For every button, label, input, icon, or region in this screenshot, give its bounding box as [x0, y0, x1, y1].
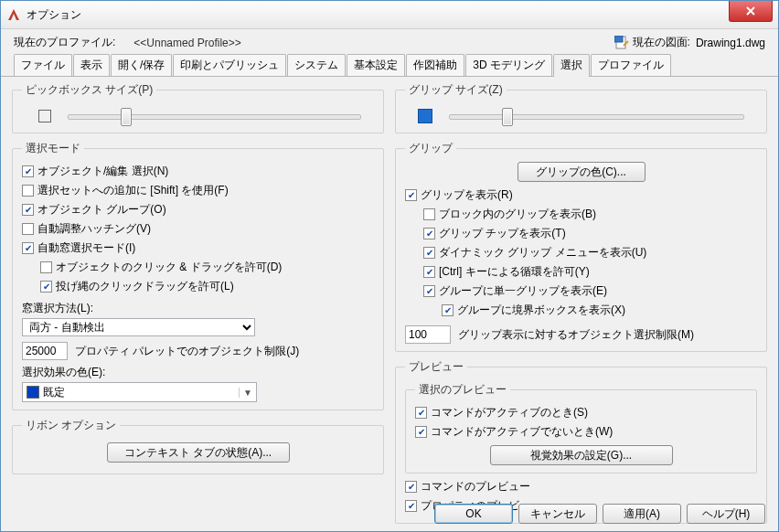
tab-profiles[interactable]: プロファイル: [591, 54, 671, 76]
context-tab-states-button[interactable]: コンテキスト タブの状態(A)...: [107, 442, 290, 463]
cb-cmd-inactive[interactable]: [415, 426, 427, 438]
selection-preview-group: 選択のプレビュー コマンドがアクティブのとき(S) コマンドがアクティブでないと…: [405, 382, 757, 473]
palette-limit-label: プロパティ パレットでのオブジェクト制限(J): [75, 344, 299, 359]
tab-drafting[interactable]: 作図補助: [406, 54, 464, 76]
apply-button[interactable]: 適用(A): [603, 504, 681, 524]
drawing-name: Drawing1.dwg: [696, 37, 765, 49]
ribbon-options-group: リボン オプション コンテキスト タブの状態(A)...: [12, 418, 384, 474]
pickbox-preview: [38, 110, 51, 122]
grip-size-slider[interactable]: [449, 107, 744, 125]
grip-colors-button[interactable]: グリップの色(C)...: [518, 162, 646, 182]
effect-color-label: 選択効果の色(E):: [22, 365, 374, 380]
lbl-dyn-grip-menu: ダイナミック グリップ メニューを表示(U): [439, 245, 646, 261]
profile-row: 現在のプロファイル: <<Unnamed Profile>> 現在の図面: Dr…: [1, 29, 778, 54]
pickbox-size-group: ピックボックス サイズ(P): [12, 82, 384, 133]
tab-plot[interactable]: 印刷とパブリッシュ: [173, 54, 286, 76]
effect-color-value: 既定: [43, 385, 239, 400]
cb-implied-window[interactable]: [22, 242, 34, 254]
lbl-lasso: 投げ縄のクリックドラッグを許可(L): [56, 279, 234, 294]
cb-group[interactable]: [22, 204, 34, 216]
options-window: オプション 現在のプロファイル: <<Unnamed Profile>> 現在の…: [0, 0, 779, 532]
help-button[interactable]: ヘルプ(H): [687, 504, 765, 524]
tab-selection[interactable]: 選択: [553, 54, 590, 77]
lbl-group: オブジェクト グループ(O): [37, 202, 166, 218]
cb-cmd-active[interactable]: [415, 407, 427, 419]
grip-limit-input[interactable]: [405, 325, 451, 344]
chevron-down-icon: ▼: [239, 388, 256, 398]
cb-lasso[interactable]: [40, 281, 52, 293]
cb-show-grips[interactable]: [405, 189, 417, 201]
grip-limit-label: グリップ表示に対するオブジェクト選択制限(M): [458, 327, 694, 343]
ribbon-options-legend: リボン オプション: [22, 418, 120, 433]
effect-color-select[interactable]: 既定 ▼: [22, 382, 257, 402]
dialog-buttons: OK キャンセル 適用(A) ヘルプ(H): [1, 504, 778, 524]
profile-label: 現在のプロファイル:: [14, 35, 115, 50]
tab-file[interactable]: ファイル: [14, 54, 72, 76]
grip-preview: [418, 109, 432, 123]
selection-mode-legend: 選択モード: [22, 141, 84, 156]
drawing-label: 現在の図面:: [633, 35, 690, 50]
grip-size-legend: グリップ サイズ(Z): [405, 82, 507, 98]
cb-group-bbox[interactable]: [442, 304, 454, 316]
lbl-implied-window: 自動窓選択モード(I): [37, 240, 135, 256]
preview-group: プレビュー 選択のプレビュー コマンドがアクティブのとき(S) コマンドがアクテ…: [395, 359, 767, 524]
cb-noun-verb[interactable]: [22, 165, 34, 177]
lbl-group-single: グループに単一グリップを表示(E): [439, 283, 607, 299]
color-swatch: [27, 386, 39, 399]
tab-user-pref[interactable]: 基本設定: [347, 54, 405, 76]
grip-size-group: グリップ サイズ(Z): [395, 82, 767, 133]
cb-grip-tips[interactable]: [423, 228, 435, 239]
svg-rect-1: [614, 36, 623, 42]
drawing-icon: [614, 36, 629, 50]
cb-ctrl-cycle[interactable]: [423, 266, 435, 278]
visual-effect-settings-button[interactable]: 視覚効果の設定(G)...: [490, 445, 673, 465]
tab-open-save[interactable]: 開く/保存: [111, 54, 172, 76]
lbl-cmd-inactive: コマンドがアクティブでないとき(W): [431, 424, 613, 440]
grips-legend: グリップ: [405, 141, 456, 156]
window-method-select[interactable]: 両方 - 自動検出: [22, 318, 255, 336]
app-icon: [6, 7, 21, 22]
lbl-show-grips: グリップを表示(R): [421, 187, 513, 203]
cb-group-single[interactable]: [423, 285, 435, 297]
lbl-noun-verb: オブジェクト/編集 選択(N): [37, 164, 168, 179]
tab-display[interactable]: 表示: [73, 54, 110, 76]
profile-name: <<Unnamed Profile>>: [133, 37, 240, 49]
cb-cmd-preview[interactable]: [405, 481, 417, 493]
close-button[interactable]: [729, 1, 773, 22]
lbl-click-drag: オブジェクトのクリック & ドラッグを許可(D): [56, 260, 282, 275]
tabs: ファイル 表示 開く/保存 印刷とパブリッシュ システム 基本設定 作図補助 3…: [1, 54, 778, 77]
titlebar: オプション: [1, 1, 778, 29]
pickbox-size-legend: ピックボックス サイズ(P): [22, 82, 156, 98]
lbl-assoc-hatch: 自動調整ハッチング(V): [37, 221, 151, 237]
ok-button[interactable]: OK: [434, 504, 513, 524]
cb-assoc-hatch[interactable]: [22, 223, 34, 235]
pickbox-size-slider[interactable]: [68, 107, 361, 125]
palette-limit-input[interactable]: [22, 342, 68, 360]
lbl-group-bbox: グループに境界ボックスを表示(X): [457, 303, 625, 318]
grips-group: グリップ グリップの色(C)... グリップを表示(R) ブロック内のグリップを…: [395, 141, 767, 352]
lbl-ctrl-cycle: [Ctrl] キーによる循環を許可(Y): [439, 264, 590, 280]
preview-legend: プレビュー: [405, 359, 467, 375]
tab-3d-modeling[interactable]: 3D モデリング: [465, 54, 552, 76]
window-method-label: 窓選択方法(L):: [22, 301, 374, 316]
selection-mode-group: 選択モード オブジェクト/編集 選択(N) 選択セットへの追加に [Shift]…: [12, 141, 384, 410]
window-title: オプション: [27, 7, 778, 23]
tab-system[interactable]: システム: [287, 54, 346, 76]
lbl-shift-add: 選択セットへの追加に [Shift] を使用(F): [37, 183, 229, 198]
lbl-cmd-preview: コマンドのプレビュー: [421, 479, 530, 495]
lbl-grips-in-blocks: ブロック内のグリップを表示(B): [439, 207, 596, 222]
cb-grips-in-blocks[interactable]: [423, 208, 435, 220]
lbl-cmd-active: コマンドがアクティブのとき(S): [431, 405, 588, 420]
cb-click-drag[interactable]: [40, 261, 52, 273]
cb-dyn-grip-menu[interactable]: [423, 247, 435, 259]
content: ピックボックス サイズ(P) 選択モード オブジェクト/編集 選択(N) 選択セ…: [1, 77, 778, 495]
selection-preview-legend: 選択のプレビュー: [415, 382, 510, 398]
close-icon: [745, 5, 756, 16]
cb-shift-add[interactable]: [22, 185, 34, 197]
lbl-grip-tips: グリップ チップを表示(T): [439, 226, 566, 241]
cancel-button[interactable]: キャンセル: [518, 504, 597, 524]
